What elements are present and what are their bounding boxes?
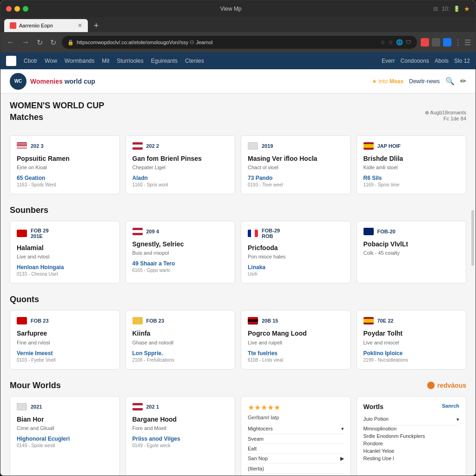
- quonts-grid: FOB 23 Sarfupree Fine and rvlosl Vernie …: [10, 310, 466, 369]
- sounbers-card-1[interactable]: 209 4 Sgnestly, Selriec Buis and rniopol…: [126, 221, 236, 284]
- nav-condooons[interactable]: Condooons: [401, 58, 429, 64]
- shield-icon: 🛡: [406, 39, 411, 46]
- sb-flag-0: [17, 230, 27, 237]
- extension-3[interactable]: [443, 38, 451, 46]
- nav-item-eguireants[interactable]: Eguireants: [151, 58, 178, 64]
- more-worlds-header: Mour Worlds redváous: [10, 381, 466, 390]
- card-title-0: Popsuitic Ramen: [17, 154, 113, 163]
- card-header-3: JAP HOIF: [364, 142, 460, 150]
- dropdown-3[interactable]: San Nop ▶: [248, 454, 344, 464]
- sb-title-3: Pobacip VlvlLt: [364, 240, 460, 248]
- qt-link-1[interactable]: Lon Spprie.: [132, 350, 229, 357]
- star-url-icon-2[interactable]: ☆: [388, 39, 393, 46]
- qt-link-0[interactable]: Vernie Imeest: [17, 350, 113, 357]
- quonts-card-2[interactable]: 20B 15 Pogrco Mang Lood Live and ruipell…: [241, 310, 351, 369]
- star-icon[interactable]: ★: [464, 5, 470, 13]
- mw-card-0[interactable]: 2021 Bian Hor Cime and Gliuall Highonora…: [10, 396, 120, 476]
- quonts-card-3[interactable]: 70E 22 Poydar Tolht Live and rniocel Pok…: [357, 310, 467, 369]
- app-logo: [6, 56, 16, 66]
- nav-item-wow[interactable]: Wow: [45, 58, 57, 64]
- search-icon[interactable]: 🔍: [445, 77, 455, 86]
- news-button[interactable]: Dewitr-news: [409, 78, 440, 85]
- maximize-button[interactable]: [23, 6, 28, 12]
- sb-year-2a: FOB-29: [262, 228, 280, 233]
- dropdown-2[interactable]: Ealt: [248, 444, 344, 454]
- worlds-item-0[interactable]: Juio Potion ▾: [364, 414, 460, 426]
- card-subtitle-1: Chepater Ligel: [132, 165, 229, 170]
- site-logo[interactable]: WC Womenies world cup: [10, 73, 95, 90]
- card-title-2: Masing Ver ifloo Hocla: [248, 154, 344, 163]
- sounbers-card-0[interactable]: FOB 29 201E Halamial Live and rvlosl Hen…: [10, 221, 120, 284]
- tab-label: Aarreniio Eopn: [19, 23, 53, 28]
- sb-subtitle-3: Colk - 45 coialty: [364, 250, 460, 256]
- menu-button[interactable]: ☰: [464, 38, 471, 47]
- nav-abols[interactable]: Abols: [435, 58, 449, 64]
- match-card-1[interactable]: 202 2 Gan fom Brienl Pinses Chepater Lig…: [126, 135, 236, 194]
- section-meta: ⊕ Augb18romants Fc 1de 84: [425, 110, 466, 121]
- sb-link-0[interactable]: Henloan Hoingaia: [17, 264, 113, 271]
- quonts-card-0[interactable]: FOB 23 Sarfupree Fine and rvlosl Vernie …: [10, 310, 120, 369]
- sb-flag-3: [364, 228, 374, 235]
- nav-slo12[interactable]: Slo 12: [454, 58, 470, 64]
- edit-icon[interactable]: ✏: [460, 77, 466, 86]
- reload-button-2[interactable]: ↻: [48, 36, 58, 49]
- card-link-2[interactable]: 73 Pando: [248, 175, 344, 181]
- dropdown-4[interactable]: (Itierta): [248, 464, 344, 474]
- sb-header-2: FOB-29 ROB: [248, 228, 344, 239]
- match-card-0[interactable]: 202 3 Popsuitic Ramen Eirie on Kioal 65 …: [10, 135, 120, 194]
- card-link-1[interactable]: Aladn: [132, 175, 229, 181]
- extension-1[interactable]: [421, 38, 429, 46]
- url-bar[interactable]: 🔒 httpscomwopdoclv/.co:at/etole/omolougo…: [62, 36, 417, 49]
- globe-icon: 🌐: [396, 39, 403, 46]
- qt-header-2: 20B 15: [248, 317, 344, 324]
- mw-link-1[interactable]: Priiss anod Vilges: [132, 436, 229, 442]
- mw-link-0[interactable]: Highonoral Ecugleri: [17, 436, 113, 442]
- new-tab-button[interactable]: +: [90, 19, 103, 32]
- more-actions-button[interactable]: ⋮: [454, 38, 462, 47]
- nav-everr[interactable]: Everr: [382, 58, 395, 64]
- sounbers-card-2[interactable]: FOB-29 ROB Pricfooda Pon mioce hales Lin…: [241, 221, 351, 284]
- star-url-icon[interactable]: ☆: [380, 39, 385, 46]
- worlds-item-2: Srdle Enodonm Funckplers: [364, 433, 460, 439]
- sb-link-2[interactable]: Linaka: [248, 264, 344, 271]
- dropdown-0[interactable]: Mightocers ▾: [248, 424, 344, 434]
- match-card-3[interactable]: JAP HOIF Brishde Dlila Kidle amli stoel …: [357, 135, 467, 194]
- nav-item-wormbands[interactable]: Wormbands: [65, 58, 94, 64]
- mw-title-0: Bian Hor: [17, 415, 113, 423]
- promo-logo-header: redváous: [427, 382, 466, 389]
- dropdown-label-4: (Itierta): [248, 466, 264, 471]
- qt-link-2[interactable]: Tte fuelries: [248, 350, 344, 357]
- worlds-search-button[interactable]: Sanrch: [442, 403, 459, 410]
- nav-item-sturriooles[interactable]: Sturriooles: [117, 58, 143, 64]
- qt-link-3[interactable]: Poklino Iploice: [364, 350, 460, 357]
- sb-link-1[interactable]: 49 Shaair a Tero: [132, 260, 229, 267]
- site-header: WC Womenies world cup ★ into Meas Dewitr…: [0, 69, 476, 93]
- match-card-2[interactable]: 2019 Masing Ver ifloo Hocla Chact ol vio…: [241, 135, 351, 194]
- minimize-button[interactable]: [14, 6, 20, 12]
- favorites-button[interactable]: ★ into Meas: [372, 78, 403, 85]
- nav-item-ctenies[interactable]: Ctenies: [185, 58, 204, 64]
- reload-button[interactable]: ↻: [35, 36, 45, 49]
- dropdown-1[interactable]: Sveam: [248, 434, 344, 444]
- star-icon: ★: [372, 78, 377, 85]
- nav-item-cbotr[interactable]: Cbotr: [24, 58, 37, 64]
- close-button[interactable]: [6, 6, 12, 12]
- nav-item-mit[interactable]: Mit: [102, 58, 109, 64]
- tab-close-button[interactable]: ✕: [78, 22, 82, 29]
- forward-button[interactable]: →: [20, 36, 31, 48]
- dropdown-arrow-3: ▶: [340, 456, 344, 462]
- card-title-3: Brishde Dlila: [364, 154, 460, 163]
- mw-year-1: 202 1: [146, 404, 159, 410]
- section-meta-right: Fc 1de 84: [425, 116, 466, 121]
- quonts-card-1[interactable]: FOB 23 Kiinfa Ghase and nolooll Lon Sppr…: [126, 310, 236, 369]
- card-link-0[interactable]: 65 Geation: [17, 175, 113, 181]
- extension-2[interactable]: [432, 38, 440, 46]
- matches-grid: 202 3 Popsuitic Ramen Eirie on Kioal 65 …: [10, 135, 466, 194]
- sounbers-card-3[interactable]: FOB-20 Pobacip VlvlLt Colk - 45 coialty: [357, 221, 467, 284]
- title-right: ⊟ 10: 🔋 ★: [433, 5, 470, 13]
- card-link-3[interactable]: R6 Sils: [364, 175, 460, 181]
- back-button[interactable]: ←: [5, 36, 16, 48]
- mw-card-1[interactable]: 202 1 Bargane Hood Fore and Moell Priiss…: [126, 396, 236, 476]
- browser-tab[interactable]: Aarreniio Eopn ✕: [4, 19, 88, 32]
- scrollbar-thumb[interactable]: [471, 210, 474, 266]
